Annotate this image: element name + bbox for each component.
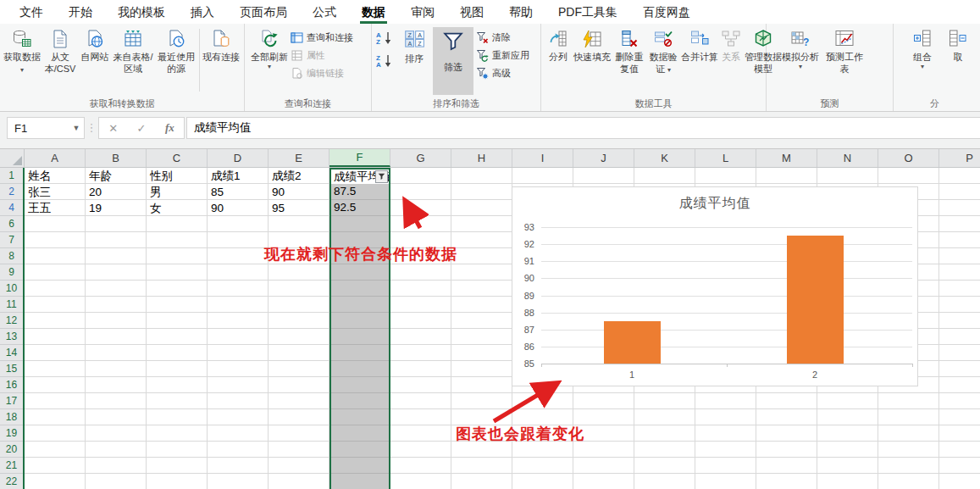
- row-header-9[interactable]: 9: [0, 264, 23, 281]
- row-header-13[interactable]: 13: [0, 329, 23, 345]
- sort-ascending-button[interactable]: AZ: [375, 31, 394, 48]
- tab-review[interactable]: 审阅: [398, 0, 447, 24]
- cell-b4[interactable]: 19: [86, 200, 147, 216]
- tab-my-templates[interactable]: 我的模板: [105, 0, 178, 24]
- from-web-button[interactable]: 自网站: [80, 27, 110, 97]
- column-header-B[interactable]: B: [86, 149, 147, 167]
- row-header-7[interactable]: 7: [0, 232, 23, 248]
- row-header-10[interactable]: 10: [0, 281, 23, 297]
- column-header-E[interactable]: E: [269, 149, 329, 167]
- flash-fill-button[interactable]: 快速填充: [572, 27, 612, 97]
- group-button[interactable]: 组合: [904, 27, 941, 97]
- column-header-K[interactable]: K: [634, 149, 695, 167]
- filter-button[interactable]: 筛选: [433, 27, 473, 95]
- forecast-sheet-button[interactable]: 预测工作表: [822, 27, 866, 97]
- cell-e1[interactable]: 成绩2: [269, 168, 329, 184]
- embedded-bar-chart[interactable]: 成绩平均值 85868788899091929312: [512, 186, 918, 386]
- row-header-8[interactable]: 8: [0, 248, 23, 264]
- tab-pdf-tools[interactable]: PDF工具集: [545, 0, 630, 24]
- ungroup-button[interactable]: 取: [941, 27, 975, 97]
- name-box[interactable]: F1 ▼: [7, 117, 85, 139]
- name-box-dropdown-icon[interactable]: ▼: [69, 124, 84, 132]
- row-header-19[interactable]: 19: [0, 425, 23, 442]
- remove-duplicates-button[interactable]: 删除重复值: [612, 27, 646, 97]
- chart-bar-2[interactable]: [787, 236, 844, 364]
- cell-c4[interactable]: 女: [147, 200, 208, 216]
- select-all-corner[interactable]: [0, 149, 25, 168]
- column-header-G[interactable]: G: [390, 149, 451, 167]
- column-header-A[interactable]: A: [25, 149, 86, 167]
- cell-b2[interactable]: 20: [86, 184, 147, 200]
- sort-button[interactable]: ZAAZ 排序: [396, 27, 433, 97]
- tab-baidu-netdisk[interactable]: 百度网盘: [630, 0, 703, 24]
- properties-button[interactable]: 属性: [291, 48, 353, 63]
- column-header-O[interactable]: O: [878, 149, 939, 167]
- row-header-22[interactable]: 22: [0, 474, 23, 489]
- cell-a4[interactable]: 王五: [25, 200, 86, 216]
- get-data-button[interactable]: 获取数据: [3, 27, 41, 97]
- tab-view[interactable]: 视图: [447, 0, 496, 24]
- clear-filter-button[interactable]: 清除: [476, 31, 529, 45]
- tab-data[interactable]: 数据: [349, 0, 398, 24]
- cell-c1[interactable]: 性别: [147, 168, 208, 184]
- column-header-L[interactable]: L: [695, 149, 756, 167]
- column-header-N[interactable]: N: [817, 149, 878, 167]
- row-header-15[interactable]: 15: [0, 361, 23, 377]
- cell-f2[interactable]: 87.5: [331, 184, 389, 200]
- cell-e4[interactable]: 95: [269, 200, 329, 216]
- edit-links-button[interactable]: 编辑链接: [291, 66, 353, 81]
- chart-bar-1[interactable]: [604, 321, 661, 364]
- splitter-dots-icon[interactable]: ⋮: [85, 117, 98, 139]
- formula-input[interactable]: 成绩平均值: [186, 117, 980, 139]
- recent-sources-button[interactable]: 最近使用的源: [156, 27, 197, 97]
- row-header-1[interactable]: 1: [0, 168, 23, 184]
- column-header-H[interactable]: H: [451, 149, 512, 167]
- column-header-F[interactable]: F: [329, 149, 390, 167]
- row-header-14[interactable]: 14: [0, 345, 23, 361]
- tab-help[interactable]: 帮助: [496, 0, 545, 24]
- column-header-D[interactable]: D: [208, 149, 269, 167]
- text-to-columns-button[interactable]: 分列: [545, 27, 572, 97]
- row-header-16[interactable]: 16: [0, 377, 23, 393]
- what-if-analysis-button[interactable]: ? 模拟分析: [778, 27, 822, 97]
- column-header-M[interactable]: M: [756, 149, 817, 167]
- sort-descending-button[interactable]: ZA: [375, 53, 394, 71]
- consolidate-button[interactable]: 合并计算: [680, 27, 719, 97]
- column-header-C[interactable]: C: [147, 149, 208, 167]
- row-header-18[interactable]: 18: [0, 409, 23, 425]
- cell-d4[interactable]: 90: [208, 200, 269, 216]
- row-header-4[interactable]: 4: [0, 200, 23, 216]
- autofilter-dropdown-button[interactable]: [375, 170, 388, 183]
- relationships-button[interactable]: 关系: [719, 27, 743, 97]
- tab-page-layout[interactable]: 页面布局: [227, 0, 300, 24]
- column-header-I[interactable]: I: [512, 149, 573, 167]
- row-header-17[interactable]: 17: [0, 393, 23, 409]
- row-header-12[interactable]: 12: [0, 313, 23, 329]
- tab-file[interactable]: 文件: [7, 0, 56, 24]
- insert-function-icon[interactable]: fx: [165, 121, 174, 135]
- refresh-all-button[interactable]: 全部刷新: [248, 27, 291, 97]
- row-header-2[interactable]: 2: [0, 184, 23, 200]
- cell-e2[interactable]: 90: [269, 184, 329, 200]
- row-header-11[interactable]: 11: [0, 297, 23, 313]
- cell-f1-active[interactable]: 成绩平均值: [331, 169, 389, 184]
- column-header-P[interactable]: P: [939, 149, 980, 167]
- row-header-21[interactable]: 21: [0, 458, 23, 474]
- tab-insert[interactable]: 插入: [178, 0, 227, 24]
- cell-d1[interactable]: 成绩1: [208, 168, 269, 184]
- reapply-filter-button[interactable]: 重新应用: [476, 48, 529, 63]
- column-header-J[interactable]: J: [573, 149, 634, 167]
- row-header-6[interactable]: 6: [0, 216, 23, 232]
- queries-connections-button[interactable]: 查询和连接: [291, 31, 353, 45]
- existing-connections-button[interactable]: 现有连接: [202, 27, 240, 97]
- cancel-entry-icon[interactable]: ✕: [108, 122, 118, 135]
- cell-a1[interactable]: 姓名: [25, 168, 86, 184]
- confirm-entry-icon[interactable]: ✓: [137, 122, 147, 135]
- row-header-20[interactable]: 20: [0, 442, 23, 458]
- data-validation-button[interactable]: 数据验证: [646, 27, 680, 97]
- advanced-filter-button[interactable]: 高级: [476, 66, 529, 81]
- tab-formulas[interactable]: 公式: [300, 0, 349, 24]
- cell-b1[interactable]: 年龄: [86, 168, 147, 184]
- tab-home[interactable]: 开始: [56, 0, 105, 24]
- cell-a2[interactable]: 张三: [25, 184, 86, 200]
